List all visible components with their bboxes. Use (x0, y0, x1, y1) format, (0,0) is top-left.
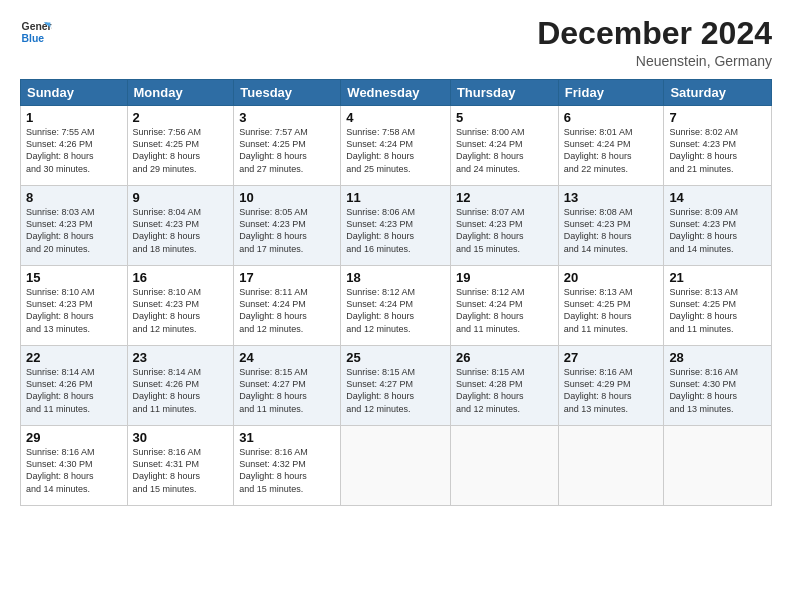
day-number: 12 (456, 190, 553, 205)
day-number: 23 (133, 350, 229, 365)
calendar-cell (450, 426, 558, 506)
week-row-2: 8Sunrise: 8:03 AM Sunset: 4:23 PM Daylig… (21, 186, 772, 266)
day-number: 28 (669, 350, 766, 365)
day-detail: Sunrise: 8:08 AM Sunset: 4:23 PM Dayligh… (564, 206, 659, 255)
day-number: 15 (26, 270, 122, 285)
col-header-saturday: Saturday (664, 80, 772, 106)
calendar-cell: 21Sunrise: 8:13 AM Sunset: 4:25 PM Dayli… (664, 266, 772, 346)
day-number: 31 (239, 430, 335, 445)
calendar-cell: 31Sunrise: 8:16 AM Sunset: 4:32 PM Dayli… (234, 426, 341, 506)
day-number: 3 (239, 110, 335, 125)
day-detail: Sunrise: 7:55 AM Sunset: 4:26 PM Dayligh… (26, 126, 122, 175)
day-detail: Sunrise: 7:58 AM Sunset: 4:24 PM Dayligh… (346, 126, 445, 175)
col-header-monday: Monday (127, 80, 234, 106)
calendar-cell: 22Sunrise: 8:14 AM Sunset: 4:26 PM Dayli… (21, 346, 128, 426)
logo-icon: General Blue (20, 16, 52, 48)
day-number: 7 (669, 110, 766, 125)
day-number: 22 (26, 350, 122, 365)
day-number: 4 (346, 110, 445, 125)
week-row-5: 29Sunrise: 8:16 AM Sunset: 4:30 PM Dayli… (21, 426, 772, 506)
calendar: SundayMondayTuesdayWednesdayThursdayFrid… (20, 79, 772, 506)
day-number: 16 (133, 270, 229, 285)
day-detail: Sunrise: 8:09 AM Sunset: 4:23 PM Dayligh… (669, 206, 766, 255)
day-number: 30 (133, 430, 229, 445)
day-detail: Sunrise: 8:13 AM Sunset: 4:25 PM Dayligh… (669, 286, 766, 335)
calendar-cell: 6Sunrise: 8:01 AM Sunset: 4:24 PM Daylig… (558, 106, 664, 186)
day-detail: Sunrise: 8:02 AM Sunset: 4:23 PM Dayligh… (669, 126, 766, 175)
day-detail: Sunrise: 8:04 AM Sunset: 4:23 PM Dayligh… (133, 206, 229, 255)
calendar-cell: 15Sunrise: 8:10 AM Sunset: 4:23 PM Dayli… (21, 266, 128, 346)
day-number: 2 (133, 110, 229, 125)
calendar-cell: 5Sunrise: 8:00 AM Sunset: 4:24 PM Daylig… (450, 106, 558, 186)
header-row: SundayMondayTuesdayWednesdayThursdayFrid… (21, 80, 772, 106)
calendar-cell: 29Sunrise: 8:16 AM Sunset: 4:30 PM Dayli… (21, 426, 128, 506)
page: General Blue December 2024 Neuenstein, G… (0, 0, 792, 612)
location-subtitle: Neuenstein, Germany (537, 53, 772, 69)
calendar-cell: 10Sunrise: 8:05 AM Sunset: 4:23 PM Dayli… (234, 186, 341, 266)
col-header-friday: Friday (558, 80, 664, 106)
day-detail: Sunrise: 7:57 AM Sunset: 4:25 PM Dayligh… (239, 126, 335, 175)
day-number: 6 (564, 110, 659, 125)
day-number: 24 (239, 350, 335, 365)
day-detail: Sunrise: 8:16 AM Sunset: 4:32 PM Dayligh… (239, 446, 335, 495)
calendar-cell: 26Sunrise: 8:15 AM Sunset: 4:28 PM Dayli… (450, 346, 558, 426)
day-detail: Sunrise: 8:16 AM Sunset: 4:30 PM Dayligh… (669, 366, 766, 415)
title-block: December 2024 Neuenstein, Germany (537, 16, 772, 69)
day-number: 18 (346, 270, 445, 285)
day-number: 25 (346, 350, 445, 365)
day-number: 1 (26, 110, 122, 125)
logo: General Blue (20, 16, 52, 48)
day-detail: Sunrise: 8:16 AM Sunset: 4:31 PM Dayligh… (133, 446, 229, 495)
calendar-cell: 2Sunrise: 7:56 AM Sunset: 4:25 PM Daylig… (127, 106, 234, 186)
calendar-cell: 9Sunrise: 8:04 AM Sunset: 4:23 PM Daylig… (127, 186, 234, 266)
day-detail: Sunrise: 8:10 AM Sunset: 4:23 PM Dayligh… (26, 286, 122, 335)
day-detail: Sunrise: 8:05 AM Sunset: 4:23 PM Dayligh… (239, 206, 335, 255)
month-title: December 2024 (537, 16, 772, 51)
calendar-cell: 24Sunrise: 8:15 AM Sunset: 4:27 PM Dayli… (234, 346, 341, 426)
day-number: 8 (26, 190, 122, 205)
day-detail: Sunrise: 8:11 AM Sunset: 4:24 PM Dayligh… (239, 286, 335, 335)
calendar-cell: 12Sunrise: 8:07 AM Sunset: 4:23 PM Dayli… (450, 186, 558, 266)
calendar-cell: 19Sunrise: 8:12 AM Sunset: 4:24 PM Dayli… (450, 266, 558, 346)
week-row-3: 15Sunrise: 8:10 AM Sunset: 4:23 PM Dayli… (21, 266, 772, 346)
calendar-cell: 27Sunrise: 8:16 AM Sunset: 4:29 PM Dayli… (558, 346, 664, 426)
col-header-sunday: Sunday (21, 80, 128, 106)
calendar-cell: 11Sunrise: 8:06 AM Sunset: 4:23 PM Dayli… (341, 186, 451, 266)
day-number: 27 (564, 350, 659, 365)
calendar-cell: 28Sunrise: 8:16 AM Sunset: 4:30 PM Dayli… (664, 346, 772, 426)
day-detail: Sunrise: 8:01 AM Sunset: 4:24 PM Dayligh… (564, 126, 659, 175)
calendar-cell: 25Sunrise: 8:15 AM Sunset: 4:27 PM Dayli… (341, 346, 451, 426)
day-number: 20 (564, 270, 659, 285)
svg-text:Blue: Blue (22, 33, 45, 44)
day-detail: Sunrise: 8:07 AM Sunset: 4:23 PM Dayligh… (456, 206, 553, 255)
day-number: 17 (239, 270, 335, 285)
week-row-1: 1Sunrise: 7:55 AM Sunset: 4:26 PM Daylig… (21, 106, 772, 186)
day-number: 10 (239, 190, 335, 205)
header: General Blue December 2024 Neuenstein, G… (20, 16, 772, 69)
day-detail: Sunrise: 8:03 AM Sunset: 4:23 PM Dayligh… (26, 206, 122, 255)
calendar-cell: 17Sunrise: 8:11 AM Sunset: 4:24 PM Dayli… (234, 266, 341, 346)
day-detail: Sunrise: 8:14 AM Sunset: 4:26 PM Dayligh… (133, 366, 229, 415)
col-header-tuesday: Tuesday (234, 80, 341, 106)
day-detail: Sunrise: 8:13 AM Sunset: 4:25 PM Dayligh… (564, 286, 659, 335)
col-header-thursday: Thursday (450, 80, 558, 106)
col-header-wednesday: Wednesday (341, 80, 451, 106)
day-number: 29 (26, 430, 122, 445)
day-detail: Sunrise: 7:56 AM Sunset: 4:25 PM Dayligh… (133, 126, 229, 175)
day-detail: Sunrise: 8:06 AM Sunset: 4:23 PM Dayligh… (346, 206, 445, 255)
day-detail: Sunrise: 8:14 AM Sunset: 4:26 PM Dayligh… (26, 366, 122, 415)
calendar-cell (341, 426, 451, 506)
calendar-cell: 4Sunrise: 7:58 AM Sunset: 4:24 PM Daylig… (341, 106, 451, 186)
day-number: 21 (669, 270, 766, 285)
day-number: 19 (456, 270, 553, 285)
day-detail: Sunrise: 8:00 AM Sunset: 4:24 PM Dayligh… (456, 126, 553, 175)
day-detail: Sunrise: 8:12 AM Sunset: 4:24 PM Dayligh… (346, 286, 445, 335)
day-number: 11 (346, 190, 445, 205)
day-number: 13 (564, 190, 659, 205)
calendar-cell: 8Sunrise: 8:03 AM Sunset: 4:23 PM Daylig… (21, 186, 128, 266)
day-detail: Sunrise: 8:15 AM Sunset: 4:28 PM Dayligh… (456, 366, 553, 415)
day-number: 26 (456, 350, 553, 365)
calendar-cell: 1Sunrise: 7:55 AM Sunset: 4:26 PM Daylig… (21, 106, 128, 186)
day-number: 14 (669, 190, 766, 205)
day-detail: Sunrise: 8:15 AM Sunset: 4:27 PM Dayligh… (239, 366, 335, 415)
